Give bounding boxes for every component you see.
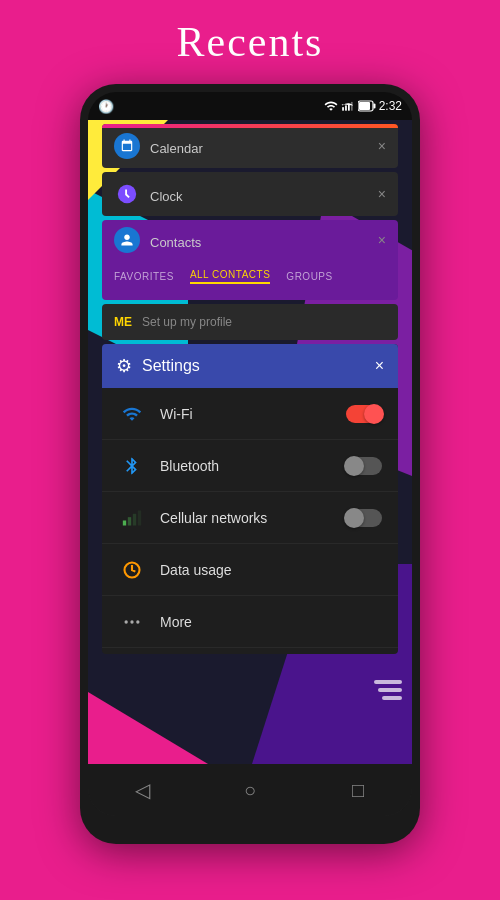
me-row: ME Set up my profile bbox=[102, 304, 398, 340]
status-time: 2:32 bbox=[379, 99, 402, 113]
clock-title: Clock bbox=[150, 185, 378, 204]
tab-groups[interactable]: GROUPS bbox=[286, 271, 332, 282]
home-button[interactable]: ○ bbox=[228, 768, 272, 812]
wifi-status-icon bbox=[324, 99, 338, 113]
svg-rect-11 bbox=[138, 510, 141, 525]
bluetooth-label: Bluetooth bbox=[160, 458, 346, 474]
phone-screen: 🕐 2:32 bbox=[88, 92, 412, 816]
settings-header: ⚙ Settings × bbox=[102, 344, 398, 388]
settings-title: Settings bbox=[142, 357, 375, 375]
scroll-indicator bbox=[374, 680, 402, 704]
status-icons: 2:32 bbox=[324, 99, 402, 113]
status-bar: 🕐 2:32 bbox=[88, 92, 412, 120]
nav-bar: ◁ ○ □ bbox=[88, 764, 412, 816]
svg-rect-18 bbox=[382, 696, 402, 700]
media-clock-icon: 🕐 bbox=[98, 99, 114, 114]
tab-all-contacts[interactable]: ALL CONTACTS bbox=[190, 269, 270, 284]
battery-status-icon bbox=[358, 100, 376, 112]
settings-gear-icon: ⚙ bbox=[116, 355, 132, 377]
me-label: ME bbox=[114, 315, 132, 329]
svg-rect-5 bbox=[373, 104, 375, 109]
wifi-label: Wi-Fi bbox=[160, 406, 346, 422]
contacts-close[interactable]: × bbox=[378, 232, 386, 248]
settings-card[interactable]: ⚙ Settings × Wi-Fi bbox=[102, 344, 398, 654]
wifi-icon bbox=[118, 404, 146, 424]
clock-icon bbox=[114, 181, 140, 207]
settings-close[interactable]: × bbox=[375, 357, 384, 375]
svg-rect-17 bbox=[378, 688, 402, 692]
settings-data-item[interactable]: Data usage bbox=[102, 544, 398, 596]
contacts-avatar bbox=[114, 227, 140, 253]
svg-rect-6 bbox=[359, 102, 370, 110]
data-label: Data usage bbox=[160, 562, 382, 578]
svg-rect-10 bbox=[133, 513, 136, 525]
cellular-toggle[interactable] bbox=[346, 509, 382, 527]
contacts-card[interactable]: Contacts × FAVORITES ALL CONTACTS GROUPS bbox=[102, 220, 398, 300]
settings-more-item[interactable]: More bbox=[102, 596, 398, 648]
contacts-header: Contacts × bbox=[102, 220, 398, 260]
more-label: More bbox=[160, 614, 382, 630]
settings-cellular-item[interactable]: Cellular networks bbox=[102, 492, 398, 544]
settings-bluetooth-item[interactable]: Bluetooth bbox=[102, 440, 398, 492]
svg-rect-0 bbox=[342, 107, 344, 111]
signal-status-icon bbox=[341, 99, 355, 113]
wifi-toggle[interactable] bbox=[346, 405, 382, 423]
recents-button[interactable]: □ bbox=[336, 768, 380, 812]
data-usage-icon bbox=[118, 560, 146, 580]
clock-card[interactable]: Clock × bbox=[102, 172, 398, 216]
phone-shell: 🕐 2:32 bbox=[80, 84, 420, 844]
svg-rect-3 bbox=[351, 102, 353, 111]
calendar-close[interactable]: × bbox=[378, 138, 386, 154]
clock-close[interactable]: × bbox=[378, 186, 386, 202]
tab-favorites[interactable]: FAVORITES bbox=[114, 271, 174, 282]
bluetooth-icon bbox=[118, 456, 146, 476]
cellular-icon bbox=[118, 508, 146, 528]
more-icon bbox=[118, 612, 146, 632]
svg-rect-1 bbox=[345, 105, 347, 110]
bluetooth-toggle[interactable] bbox=[346, 457, 382, 475]
calendar-card[interactable]: Calendar × bbox=[102, 124, 398, 168]
calendar-title: Calendar bbox=[150, 137, 378, 156]
svg-point-15 bbox=[136, 620, 139, 623]
page-title: Recents bbox=[177, 18, 324, 66]
calendar-avatar bbox=[114, 133, 140, 159]
me-text: Set up my profile bbox=[142, 315, 232, 329]
svg-rect-8 bbox=[123, 520, 126, 525]
cellular-label: Cellular networks bbox=[160, 510, 346, 526]
svg-point-14 bbox=[130, 620, 133, 623]
contacts-tabs: FAVORITES ALL CONTACTS GROUPS bbox=[102, 260, 398, 292]
recents-container: Calendar × Clock × Contacts × bbox=[88, 120, 412, 764]
contacts-title: Contacts bbox=[150, 231, 378, 250]
svg-point-13 bbox=[125, 620, 128, 623]
svg-rect-16 bbox=[374, 680, 402, 684]
settings-wifi-item[interactable]: Wi-Fi bbox=[102, 388, 398, 440]
svg-rect-9 bbox=[128, 517, 131, 525]
svg-rect-2 bbox=[348, 104, 350, 111]
back-button[interactable]: ◁ bbox=[120, 768, 164, 812]
